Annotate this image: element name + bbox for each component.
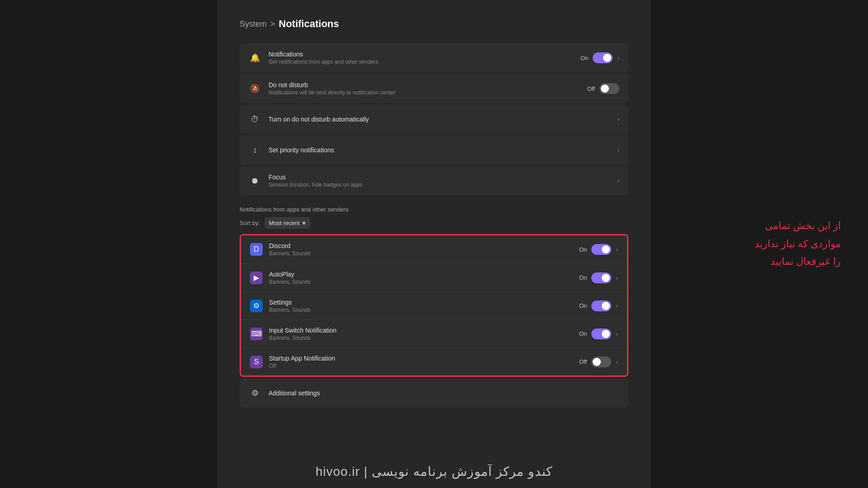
input-switch-toggle-label: On — [579, 330, 587, 337]
app-row-input-switch[interactable]: ⌨ Input Switch Notification Banners, Sou… — [241, 319, 627, 347]
priority-row[interactable]: ↕ Set priority notifications › — [240, 136, 628, 164]
settings-app-name: Settings — [269, 299, 579, 306]
dnd-icon: 🔕 — [249, 82, 261, 95]
autoplay-chevron: › — [616, 274, 618, 282]
focus-subtitle: Session duration, hide badges on apps — [269, 182, 617, 188]
settings-panel: System > Notifications 🔔 Notifications G… — [217, 0, 651, 488]
discord-icon: D — [250, 243, 263, 256]
notifications-icon: 🔔 — [249, 52, 261, 64]
apps-section-header: Notifications from apps and other sender… — [240, 206, 628, 213]
auto-disturb-row[interactable]: ⏱ Turn on do not disturb automatically › — [240, 105, 628, 134]
breadcrumb-current: Notifications — [279, 18, 339, 30]
dnd-toggle-label: Off — [587, 85, 595, 92]
auto-disturb-icon: ⏱ — [249, 113, 261, 126]
focus-icon: ⏺ — [249, 174, 261, 187]
startup-chevron: › — [616, 358, 618, 366]
priority-icon: ↕ — [249, 144, 261, 156]
sort-dropdown-arrow: ▾ — [302, 220, 306, 226]
apps-list: D Discord Banners, Sounds On › ▶ AutoPla… — [240, 234, 628, 377]
sort-label: Sort by: — [240, 220, 260, 226]
startup-name: Startup App Notification — [269, 355, 579, 362]
autoplay-toggle[interactable] — [591, 272, 611, 283]
annotation: از این بخش تمامی مواردی که نیاز ندارید ر… — [755, 217, 841, 271]
additional-settings-icon: ⚙ — [249, 387, 261, 399]
startup-toggle-label: Off — [579, 358, 587, 365]
app-row-discord[interactable]: D Discord Banners, Sounds On › — [241, 235, 627, 263]
discord-chevron: › — [616, 246, 618, 253]
notifications-toggle[interactable] — [593, 52, 613, 63]
dnd-subtitle: Notifications will be sent directly to n… — [269, 89, 587, 96]
notifications-title: Notifications — [269, 51, 580, 58]
settings-app-chevron: › — [616, 302, 618, 310]
input-switch-name: Input Switch Notification — [269, 327, 579, 334]
settings-app-subtitle: Banners, Sounds — [269, 307, 579, 313]
priority-chevron: › — [617, 146, 619, 154]
breadcrumb-system[interactable]: System — [240, 19, 267, 29]
app-row-startup[interactable]: S Startup App Notification Off Off › — [241, 347, 627, 375]
breadcrumb-separator: > — [270, 19, 275, 29]
input-switch-subtitle: Banners, Sounds — [269, 335, 579, 341]
dnd-toggle[interactable] — [599, 83, 619, 94]
notifications-row[interactable]: 🔔 Notifications Get notifications from a… — [240, 43, 628, 72]
dnd-title: Do not disturb — [269, 81, 587, 89]
app-row-settings[interactable]: ⚙ Settings Banners, Sounds On › — [241, 291, 627, 319]
input-switch-icon: ⌨ — [250, 328, 263, 340]
additional-settings-title: Additional settings — [269, 389, 619, 397]
autoplay-name: AutoPlay — [269, 271, 579, 278]
notifications-subtitle: Get notifications from apps and other se… — [269, 59, 580, 65]
startup-toggle[interactable] — [591, 357, 611, 367]
discord-name: Discord — [269, 242, 579, 249]
focus-row[interactable]: ⏺ Focus Session duration, hide badges on… — [240, 166, 628, 195]
notifications-toggle-label: On — [580, 55, 588, 61]
autoplay-toggle-label: On — [579, 274, 587, 281]
focus-title: Focus — [269, 174, 617, 181]
startup-subtitle: Off — [269, 363, 579, 369]
sort-dropdown[interactable]: Most recent ▾ — [264, 217, 310, 229]
annotation-line2: مواردی که نیاز ندارید — [755, 235, 841, 253]
startup-icon: S — [250, 356, 263, 368]
settings-app-toggle[interactable] — [591, 300, 611, 311]
autoplay-icon: ▶ — [250, 272, 263, 284]
annotation-line3: را غیرفعال نمایید — [755, 253, 841, 271]
discord-toggle[interactable] — [591, 244, 611, 255]
additional-settings-row[interactable]: ⚙ Additional settings — [240, 379, 628, 408]
discord-subtitle: Banners, Sounds — [269, 250, 579, 257]
input-switch-toggle[interactable] — [591, 328, 611, 339]
discord-toggle-label: On — [579, 246, 587, 253]
settings-app-icon: ⚙ — [250, 300, 263, 312]
notifications-chevron: › — [617, 54, 619, 61]
do-not-disturb-row[interactable]: 🔕 Do not disturb Notifications will be s… — [240, 74, 628, 103]
breadcrumb: System > Notifications — [240, 18, 628, 30]
priority-title: Set priority notifications — [269, 146, 617, 154]
watermark: کندو مرکز آموزش برنامه نویسی | hivoo.ir — [0, 464, 868, 479]
autoplay-subtitle: Banners, Sounds — [269, 279, 579, 285]
annotation-line1: از این بخش تمامی — [755, 217, 841, 235]
sort-value: Most recent — [269, 220, 300, 226]
input-switch-chevron: › — [616, 330, 618, 338]
app-row-autoplay[interactable]: ▶ AutoPlay Banners, Sounds On › — [241, 263, 627, 291]
settings-toggle-label: On — [579, 302, 587, 309]
sort-bar: Sort by: Most recent ▾ — [240, 217, 628, 229]
auto-disturb-chevron: › — [617, 116, 619, 123]
auto-disturb-title: Turn on do not disturb automatically — [269, 116, 617, 123]
focus-chevron: › — [617, 177, 619, 184]
